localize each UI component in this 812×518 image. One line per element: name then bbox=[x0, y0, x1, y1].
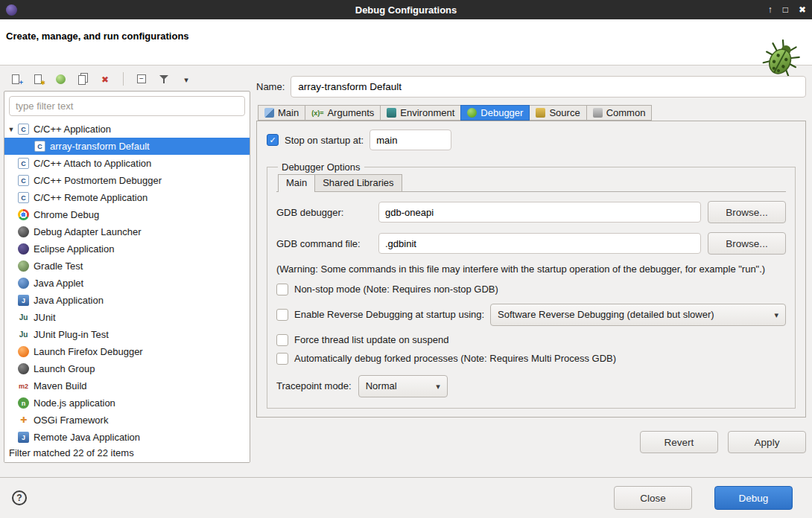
eclipse-icon bbox=[18, 243, 29, 255]
stop-on-startup-checkbox[interactable] bbox=[267, 134, 279, 146]
java-icon bbox=[18, 295, 29, 306]
config-detail-panel: Name: MainArgumentsEnvironmentDebuggerSo… bbox=[256, 68, 806, 453]
tree-item-label: C/C++ Postmortem Debugger bbox=[34, 175, 162, 186]
tree-item-label: C/C++ Remote Application bbox=[34, 192, 148, 203]
dialog-footer: ? Close Debug bbox=[0, 477, 812, 518]
tree-item-osgi-framework[interactable]: OSGi Framework bbox=[4, 412, 250, 429]
tree-item-c-c-remote-application[interactable]: C/C++ Remote Application bbox=[4, 189, 250, 206]
window-title: Debug Configurations bbox=[0, 4, 812, 16]
force-thread-list-update-on-suspend-checkbox[interactable] bbox=[276, 334, 288, 346]
panel-actions: Revert Apply bbox=[256, 431, 806, 453]
option-label: Non-stop mode (Note: Requires non-stop G… bbox=[294, 284, 498, 295]
toolbar-menu-icon[interactable] bbox=[177, 71, 195, 87]
tracepoint-mode-value: Normal bbox=[366, 380, 397, 391]
close-button[interactable]: ✖ bbox=[799, 0, 806, 19]
firefox-icon bbox=[18, 346, 29, 357]
tab-label: Common bbox=[606, 107, 646, 118]
gdb-debugger-row: GDB debugger: Browse... bbox=[276, 201, 786, 223]
tree-item-java-applet[interactable]: Java Applet bbox=[4, 275, 250, 292]
tab-source[interactable]: Source bbox=[529, 105, 586, 121]
tree-item-c-c-postmortem-debugger[interactable]: C/C++ Postmortem Debugger bbox=[4, 172, 250, 189]
left-toolbar bbox=[4, 68, 250, 89]
tree-item-debug-adapter-launcher[interactable]: Debug Adapter Launcher bbox=[4, 223, 250, 240]
tree-item-label: Launch Group bbox=[34, 363, 95, 374]
tree-item-junit[interactable]: JUnit bbox=[4, 309, 250, 326]
tree-item-junit-plug-in-test[interactable]: JUnit Plug-in Test bbox=[4, 326, 250, 343]
tree-item-remote-java-application[interactable]: Remote Java Application bbox=[4, 429, 250, 444]
filter-launch-configurations-icon[interactable] bbox=[155, 71, 173, 87]
collapse-all-icon[interactable] bbox=[133, 71, 150, 87]
gdb-command-file-input[interactable] bbox=[378, 233, 701, 254]
tree-item-label: C/C++ Attach to Application bbox=[34, 158, 151, 169]
cpp-icon bbox=[18, 124, 29, 135]
automatically-debug-forked-processes-not-checkbox[interactable] bbox=[276, 353, 288, 365]
tab-label: Arguments bbox=[327, 107, 374, 118]
tree-item-java-application[interactable]: Java Application bbox=[4, 292, 250, 309]
dialog-body: C/C++ Applicationarray-transform Default… bbox=[0, 65, 812, 477]
gdb-command-file-row: GDB command file: Browse... bbox=[276, 232, 786, 255]
config-tabs: MainArgumentsEnvironmentDebuggerSourceCo… bbox=[256, 105, 806, 121]
stop-on-startup-input[interactable] bbox=[369, 130, 451, 150]
tree-item-maven-build[interactable]: Maven Build bbox=[4, 377, 250, 394]
tab-environment[interactable]: Environment bbox=[380, 105, 461, 121]
tracepoint-mode-dropdown[interactable]: Normal bbox=[358, 375, 448, 397]
debug-button[interactable]: Debug bbox=[714, 486, 793, 510]
filter-status: Filter matched 22 of 22 items bbox=[4, 444, 250, 462]
junit-plugin-icon bbox=[18, 329, 29, 340]
filter-input[interactable] bbox=[9, 96, 245, 116]
tab-label: Source bbox=[549, 107, 580, 118]
duplicate-launch-configuration-icon[interactable] bbox=[74, 71, 92, 87]
tree-item-label: Remote Java Application bbox=[34, 432, 140, 443]
export-launch-configurations-icon[interactable] bbox=[51, 71, 69, 87]
help-button[interactable]: ? bbox=[12, 490, 27, 505]
tree-item-c-c-attach-to-application[interactable]: C/C++ Attach to Application bbox=[4, 155, 250, 172]
tree-item-array-transform-default[interactable]: array-transform Default bbox=[4, 138, 250, 155]
window-controls: ↑□✖ bbox=[768, 0, 806, 19]
option-row: Automatically debug forked processes (No… bbox=[276, 353, 786, 365]
tab-main[interactable]: Main bbox=[258, 105, 305, 121]
new-launch-configuration-icon[interactable] bbox=[7, 71, 25, 87]
name-row: Name: bbox=[256, 76, 806, 97]
enable-reverse-debugging-at-startup-usin-checkbox[interactable] bbox=[276, 309, 288, 321]
tree-item-launch-firefox-debugger[interactable]: Launch Firefox Debugger bbox=[4, 343, 250, 360]
tree-item-gradle-test[interactable]: Gradle Test bbox=[4, 258, 250, 275]
environment-tab-icon bbox=[387, 108, 396, 118]
raise-button[interactable]: ↑ bbox=[768, 0, 773, 19]
tree-item-c-c-application[interactable]: C/C++ Application bbox=[4, 121, 250, 138]
gdb-command-file-browse-button[interactable]: Browse... bbox=[708, 232, 786, 255]
delete-launch-configuration-icon[interactable] bbox=[96, 71, 114, 87]
tab-arguments[interactable]: Arguments bbox=[305, 105, 381, 121]
tab-label: Environment bbox=[400, 107, 454, 118]
remote-java-icon bbox=[18, 432, 29, 443]
help-icon: ? bbox=[16, 493, 22, 503]
launch-config-tree-box: C/C++ Applicationarray-transform Default… bbox=[4, 91, 250, 463]
gdb-debugger-browse-button[interactable]: Browse... bbox=[708, 201, 786, 223]
tree-item-chrome-debug[interactable]: Chrome Debug bbox=[4, 206, 250, 223]
reverse-debugging-mode-dropdown[interactable]: Software Reverse Debugging (detailed but… bbox=[490, 304, 786, 326]
name-input[interactable] bbox=[291, 76, 806, 97]
maximize-button[interactable]: □ bbox=[783, 0, 788, 19]
apply-button[interactable]: Apply bbox=[728, 431, 806, 453]
gdb-command-file-label: GDB command file: bbox=[276, 238, 372, 249]
revert-button[interactable]: Revert bbox=[640, 431, 718, 453]
tracepoint-mode-label: Tracepoint mode: bbox=[276, 380, 352, 391]
tab-debugger[interactable]: Debugger bbox=[460, 105, 530, 121]
tree-item-eclipse-application[interactable]: Eclipse Application bbox=[4, 240, 250, 258]
subtab-shared-libraries[interactable]: Shared Libraries bbox=[314, 174, 402, 191]
gdb-debugger-input[interactable] bbox=[378, 202, 701, 223]
non-stop-mode-note-requires-non-stop-gdb-checkbox[interactable] bbox=[276, 284, 288, 295]
tab-common[interactable]: Common bbox=[586, 105, 653, 121]
tree-item-label: Eclipse Application bbox=[34, 243, 114, 255]
tree-item-launch-group[interactable]: Launch Group bbox=[4, 360, 250, 377]
tree-item-label: Java Applet bbox=[34, 278, 83, 289]
expander-icon[interactable] bbox=[4, 126, 18, 133]
junit-icon bbox=[18, 312, 29, 323]
option-row: Non-stop mode (Note: Requires non-stop G… bbox=[276, 284, 786, 295]
new-launch-configuration-prototype-icon[interactable] bbox=[29, 71, 47, 87]
launch-group-icon bbox=[18, 363, 29, 374]
debugger-options-subtabs: MainShared Libraries bbox=[276, 174, 786, 192]
subtab-main[interactable]: Main bbox=[278, 174, 315, 192]
close-button[interactable]: Close bbox=[614, 486, 692, 510]
maven-icon bbox=[18, 380, 29, 391]
tree-item-node-js-application[interactable]: Node.js application bbox=[4, 394, 250, 412]
